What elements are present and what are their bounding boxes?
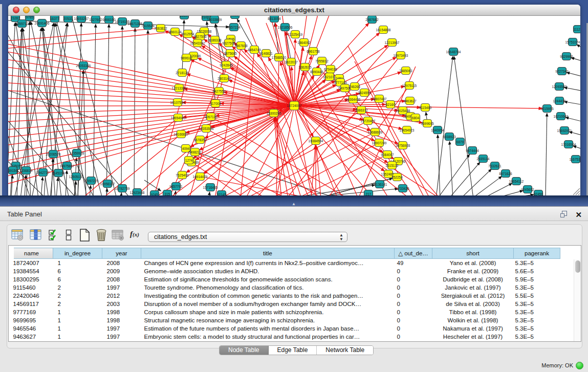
svg-text:16154808: 16154808 [376,28,391,32]
svg-text:15751074: 15751074 [565,40,580,44]
svg-text:10958107: 10958107 [100,182,115,186]
svg-text:15300295: 15300295 [267,112,281,115]
svg-text:7485063: 7485063 [399,69,412,73]
svg-text:2987682: 2987682 [365,18,379,21]
svg-text:8471626: 8471626 [499,172,512,176]
svg-text:10654112: 10654112 [509,180,524,183]
svg-text:16033809: 16033809 [207,18,222,21]
svg-text:1615132: 1615132 [385,164,399,167]
svg-text:1527602: 1527602 [89,18,102,21]
svg-text:39159: 39159 [8,169,17,172]
svg-text:1167533: 1167533 [570,158,580,161]
svg-text:10973493: 10973493 [394,54,408,57]
svg-text:20206528: 20206528 [46,152,61,156]
svg-text:15716485: 15716485 [203,186,218,189]
svg-text:5938923: 5938923 [443,135,456,139]
svg-text:26053346: 26053346 [76,64,91,68]
svg-text:989618: 989618 [181,56,192,60]
svg-text:1733426: 1733426 [396,187,409,190]
svg-text:19384554: 19384554 [309,139,323,143]
svg-text:9242845: 9242845 [220,63,233,67]
svg-text:8660124: 8660124 [168,30,182,34]
svg-text:7663822: 7663822 [154,27,167,30]
svg-text:16543362: 16543362 [190,41,205,45]
svg-text:6879: 6879 [456,140,464,144]
svg-text:16136141: 16136141 [373,183,387,186]
svg-text:9146821: 9146821 [259,52,273,55]
svg-text:19654943: 19654943 [171,116,186,120]
svg-text:9827506: 9827506 [193,35,207,38]
svg-text:6466160: 6466160 [102,18,116,21]
svg-text:9699695: 9699695 [421,122,434,125]
svg-text:12213967: 12213967 [385,41,400,45]
svg-text:2942737: 2942737 [36,171,50,174]
svg-text:16782759: 16782759 [115,187,130,190]
svg-text:3875685: 3875685 [224,52,237,55]
svg-text:12923448: 12923448 [130,191,145,194]
svg-text:8912954: 8912954 [181,32,194,36]
svg-text:4055712: 4055712 [15,22,29,26]
svg-text:10107554: 10107554 [170,101,185,104]
svg-text:2718126: 2718126 [176,71,189,75]
svg-text:9857791: 9857791 [169,185,183,188]
svg-text:15720407: 15720407 [361,119,376,123]
svg-text:16377: 16377 [50,17,59,20]
svg-text:5678352: 5678352 [193,138,207,142]
svg-text:746266: 746266 [349,85,360,89]
svg-text:20364436: 20364436 [346,98,361,101]
svg-text:3215955: 3215955 [540,107,554,111]
svg-text:6961758: 6961758 [307,50,320,53]
svg-text:9463627: 9463627 [403,99,417,103]
svg-text:9329966: 9329966 [560,55,573,58]
svg-text:4094: 4094 [182,147,190,150]
svg-text:9227342: 9227342 [555,70,569,73]
svg-text:6804: 6804 [412,116,420,120]
svg-text:252254: 252254 [391,176,403,179]
svg-text:1156819: 1156819 [20,169,33,172]
svg-text:20691406: 20691406 [35,21,50,25]
svg-text:5498222: 5498222 [188,150,202,154]
svg-text:3822037: 3822037 [285,60,298,64]
svg-text:7857224: 7857224 [227,26,241,29]
svg-text:10025438: 10025438 [396,109,410,113]
svg-text:20533: 20533 [63,17,73,20]
svg-text:12353594: 12353594 [199,127,214,130]
svg-text:19218506: 19218506 [278,26,293,29]
svg-text:16914479: 16914479 [193,175,208,179]
svg-text:2867608: 2867608 [234,44,248,48]
svg-text:1640954: 1640954 [431,128,444,132]
svg-text:1244415: 1244415 [553,99,566,103]
svg-text:9245652: 9245652 [521,188,534,191]
svg-text:18724007: 18724007 [287,104,302,107]
svg-text:10975867: 10975867 [60,164,75,168]
svg-text:7515526: 7515526 [141,24,155,28]
svg-text:9474444: 9474444 [466,149,479,152]
svg-text:12213389: 12213389 [172,86,187,90]
svg-text:1274: 1274 [185,159,193,162]
svg-text:9115460: 9115460 [419,106,432,110]
svg-text:8454749: 8454749 [248,48,261,52]
svg-text:317004: 317004 [210,102,221,105]
svg-text:7632621: 7632621 [488,164,502,168]
svg-text:62160: 62160 [386,103,395,106]
svg-text:6794028: 6794028 [324,68,337,71]
svg-text:1362615: 1362615 [298,65,312,69]
svg-text:15692971: 15692971 [557,129,572,133]
svg-text:19166827: 19166827 [174,133,189,136]
svg-text:10807487: 10807487 [372,97,387,101]
svg-text:9084067: 9084067 [381,153,394,157]
svg-text:2803144: 2803144 [217,77,231,80]
svg-text:9785: 9785 [26,16,34,19]
svg-text:4267110: 4267110 [205,115,217,119]
svg-text:19654923: 19654923 [400,128,415,132]
svg-text:23287: 23287 [11,16,20,20]
svg-text:7955812: 7955812 [315,59,329,63]
svg-text:10688609: 10688609 [368,130,383,134]
svg-text:9777169: 9777169 [334,81,347,84]
svg-text:17957225: 17957225 [84,179,99,183]
svg-text:7625402: 7625402 [176,173,189,177]
svg-text:17016504: 17016504 [561,143,576,146]
svg-text:10756928: 10756928 [396,144,410,147]
svg-text:10653267: 10653267 [74,17,89,20]
svg-text:8813054: 8813054 [268,17,281,20]
